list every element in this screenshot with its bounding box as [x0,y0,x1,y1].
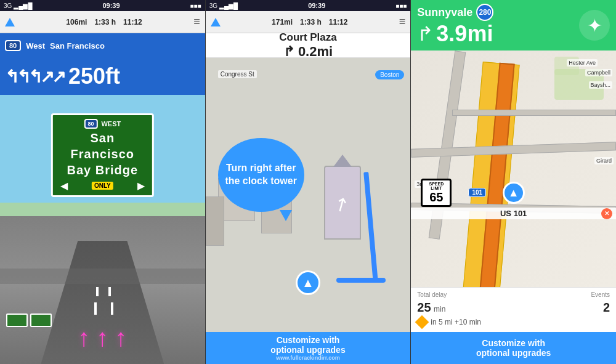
delay-row-values: 25 min 2 [417,301,610,315]
distance-value-1: 250ft [68,63,120,89]
network-1: 3G [4,2,12,9]
nav-info-2: 171mi 1:33 h 11:12 [272,18,347,26]
nav-bar-1: 106mi 1:33 h 11:12 ≡ [0,11,205,33]
street-label-boston: Boston [375,70,404,79]
total-delay-label: Total delay [417,291,447,298]
bubble-text: Turn right after the clock tower [224,162,298,188]
customize-bar-2[interactable]: Customize with optional upgrades www.ful… [206,332,411,364]
starburst: ✦ [579,10,610,41]
sign-direction: WEST [101,120,121,127]
speed-limit-label: SPEED LIMIT [426,182,446,190]
customize-text-1-p2: Customize with [277,335,340,345]
panel-highway: 3G ▂▄▆█ 09:39 ■■■ 106mi 1:33 h 11:12 ≡ 8… [0,0,206,364]
map-scene-panel2: Congress St Boston Turn right after the … [206,58,411,332]
distance-bar-1: ↰↰↰↗↗ 250ft [0,58,205,95]
close-button[interactable]: ✕ [601,208,612,219]
p3-distance: 3.9mi [436,21,493,47]
sign-interstate: 80 [84,119,97,129]
mini-sign-1 [6,313,28,327]
road-line-4 [108,287,111,296]
road-line-2 [96,287,99,296]
sign-arrow-left: ◀ [60,180,68,192]
us101-bar: US 101 ✕ [411,208,616,219]
us101-text: US 101 [500,209,527,218]
sign-arrow-right: ▶ [137,180,145,192]
delay-unit: min [434,305,445,313]
street-girard: Girard [594,157,614,164]
network-2: 3G [209,2,217,9]
status-bar-2: 3G ▂▄▆█ 09:39 ■■■ [206,0,411,11]
green-signs-area [6,313,52,327]
map-scene-p3: Hester Ave Campbell Baysh... 3rd St Gira… [411,51,616,287]
panel-sunnyvale: Sunnyvale 280 ↱ 3.9mi ✦ Hester Ave [411,0,616,364]
nav-duration-2: 1:33 h [300,18,322,26]
status-time-2: 09:39 [308,2,325,9]
destination-text-1: San Francisco [50,41,105,51]
signal-area-1: 3G ▂▄▆█ [4,2,33,9]
close-icon: ✕ [604,210,609,217]
nav-duration-1: 1:33 h [94,18,116,26]
nav-info-1: 106mi 1:33 h 11:12 [66,18,142,26]
road-line-1 [94,302,97,315]
nav-triangle-2 [211,18,221,26]
speed-limit-value: 65 [429,190,443,204]
interstate-badge: 80 [5,40,21,51]
speed-limit-sign: SPEED LIMIT 65 [421,179,452,207]
overpass [0,269,205,284]
events-value: 2 [603,301,610,315]
destination-bar: Court Plaza ↱ 0.2mi [206,33,411,58]
compass-arrow-2: ▲ [302,276,314,290]
p3-city: Sunnyvale [417,6,472,19]
nav-eta-1: 11:12 [123,18,142,26]
highway-scene: 80 WEST San Francisco Bay Bridge ◀ ONLY … [0,95,205,364]
signal-bars-1: ▂▄▆█ [14,2,32,9]
status-time-1: 09:39 [102,2,120,9]
destination-name: Court Plaza [279,31,337,44]
menu-button-1[interactable]: ≡ [193,15,200,28]
pink-arrow-1: ↑ [78,324,90,352]
signal-area-2: 3G ▂▄▆█ [209,2,238,9]
nav-distance-2: 171mi [272,18,293,26]
turn-arrows-symbol: ↰↰↰↗↗ [5,67,63,87]
delay-value-group: 25 min [417,301,445,315]
mini-sign-2 [30,313,52,327]
delay-detail-row: in 5 mi +10 min [417,317,610,327]
battery-1: ■■■ [190,2,201,9]
battery-2: ■■■ [395,2,407,9]
pink-arrow-3: ↑ [115,324,127,352]
nav-arrow-p3: ▲ [503,182,525,204]
sign-text-1: San Francisco [60,130,144,162]
nav-eta-2: 11:12 [329,18,348,26]
p3-turn-arrow: ↱ [417,22,434,46]
route-line-2 [336,278,386,283]
building-3 [206,196,224,246]
info-panel-p3: Total delay Events 25 min 2 in 5 mi +10 … [411,287,616,332]
nav-compass-arrow: ▲ [508,187,519,200]
p3-header: Sunnyvale 280 ↱ 3.9mi ✦ [411,0,616,51]
speech-bubble: Turn right after the clock tower [218,138,304,212]
events-label: Events [591,291,610,298]
street-bayshore: Baysh... [589,81,613,89]
p3-header-content: Sunnyvale 280 ↱ 3.9mi [417,4,579,47]
street-hester: Hester Ave [567,59,598,67]
highway-badge: 280 [476,4,493,21]
customize-text-2-p2: optional upgrades [270,345,345,355]
delay-value: 25 [417,301,431,314]
sign-text-2: Bay Bridge [60,162,144,178]
customize-bar-3[interactable]: Customize with optional upgrades [411,332,616,364]
signal-bars-2: ▂▄▆█ [219,2,238,9]
distance-value-2: 0.2mi [298,44,333,60]
watermark-p2: www.fullcrackindirr.com [276,355,340,361]
highway-sign: 80 WEST San Francisco Bay Bridge ◀ ONLY … [51,113,153,197]
menu-button-2[interactable]: ≡ [399,15,406,28]
panel-courtplaza: 3G ▂▄▆█ 09:39 ■■■ 171mi 1:33 h 11:12 ≡ C… [206,0,411,364]
sign-only-label: ONLY [92,182,113,190]
status-bar-1: 3G ▂▄▆█ 09:39 ■■■ [0,0,205,11]
street-campbell: Campbell [585,69,612,76]
pink-arrow-2: ↑ [96,324,108,352]
delay-row-header: Total delay Events [417,291,610,298]
compass-p2: ▲ [296,270,320,295]
customize-text-1-p3: Customize with [482,338,545,348]
nav-triangle-1 [5,18,15,26]
road-gray-3 [452,110,616,116]
